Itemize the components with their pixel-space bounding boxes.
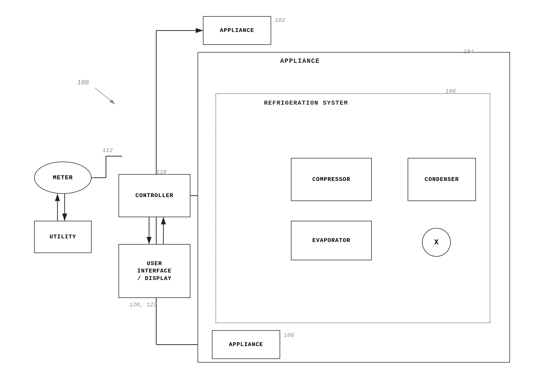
svg-line-18 [95, 88, 115, 104]
ref-104: 104 [463, 48, 474, 55]
diagram-container: APPLIANCE 102 APPLIANCE 104 REFRIGERATIO… [0, 0, 533, 392]
refrigeration-system-title: REFRIGERATION SYSTEM [264, 100, 348, 107]
refrigeration-system-box [216, 93, 490, 323]
ref-112: 112 [102, 147, 113, 154]
user-interface-box: USER INTERFACE / DISPLAY [118, 244, 190, 298]
evaporator-box: EVAPORATOR [291, 221, 372, 260]
utility-box: UTILITY [34, 221, 92, 253]
appliance-top-box: APPLIANCE [203, 16, 271, 45]
ref-108: 108 [445, 88, 456, 95]
condenser-box: CONDENSER [408, 158, 476, 201]
ref-106: 106 [284, 332, 294, 339]
expansion-valve-circle: X [422, 228, 451, 257]
compressor-box: COMPRESSOR [291, 158, 372, 201]
ref-120-122: 120, 122 [129, 302, 157, 308]
appliance-bottom-box: APPLIANCE [212, 330, 280, 359]
meter-oval: METER [34, 162, 92, 194]
ref-102: 102 [275, 17, 285, 24]
appliance-outer-title: APPLIANCE [280, 57, 320, 65]
ref-100: 100 [77, 79, 89, 86]
controller-box: CONTROLLER [118, 174, 190, 217]
ref-110: 110 [156, 169, 167, 175]
